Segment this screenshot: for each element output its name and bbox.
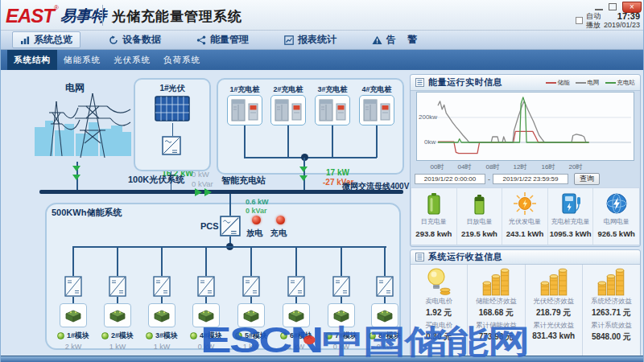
pile-collector-wire [244,157,377,158]
realtime-card-title: 能量运行实时信息 [428,76,502,88]
revenue-value: 831.43 kwh [532,331,575,340]
menu-label: 能量管理 [210,33,249,47]
module-label: 1#模块 [67,331,89,341]
energy-chart: 200kw 0kw [416,92,634,161]
revenue-label: 系统经济效益 [591,297,632,306]
tab-load-system[interactable]: 负荷系统 [157,50,207,70]
grid-globe-icon [604,191,630,216]
alert-triangle-icon [372,35,382,45]
charging-pile-icon [270,95,306,125]
list-icon [415,253,424,261]
storage-module-branch: 7#模块 0 kW [320,247,363,351]
station-active-power: 17 kW [326,168,349,177]
dcdc-converter-icon [242,276,260,297]
revenue-value: 5848.00 元 [592,331,631,343]
minimize-button[interactable] [595,4,603,10]
storage-module-branch: 6#模块 1 kW [275,247,318,351]
date: 2019/01/23 [604,21,640,30]
battery-module-icon [60,303,87,327]
module-label: 3#模块 [155,331,178,341]
battery-module-icon [148,303,175,327]
pcs-reactive-power: 0 kVar [246,207,267,215]
legend-label: 储能 [558,79,570,87]
menu-item-energy-management[interactable]: 能量管理 [189,31,256,48]
revenue-col-storage: 储能经济效益 168.68 元 累计储能效益 773.98 元 [468,265,525,356]
tab-system-structure[interactable]: 系统结构 [7,50,57,70]
module-power: 0 kW [377,343,394,351]
power-flow-arrow [72,175,80,180]
title-bar: EAST ® 易事特 光储充能量管理系统 × 自动 播放 17:39 2019/… [1,0,644,31]
revenue-label: 累计光伏效益 [533,321,574,331]
app-window: EAST ® 易事特 光储充能量管理系统 × 自动 播放 17:39 2019/… [0,0,644,362]
x-axis-ticks: 00时 04时 08时 12时 16时 20时 [416,162,634,171]
maximize-button[interactable] [609,3,617,10]
pv-unit-label: 1#光伏 [135,83,209,94]
y-axis-tick: 200kw [419,113,437,121]
module-label: 4#模块 [200,331,222,341]
coins-icon [539,266,568,297]
module-label: 8#模块 [378,331,401,341]
battery-module-icon [283,303,310,327]
menu-item-report-statistics[interactable]: 报表统计 [277,31,344,48]
storage-module-branch: 4#模块 0 kW [184,247,228,351]
x-axis-tick: 16时 [537,162,559,171]
stat-value: 243.1 kWh [506,229,543,238]
charging-pile: 2#充电桩 [269,84,308,125]
east-logo-chinese: 易事特 [60,6,106,27]
pile-label: 3#充电桩 [317,84,347,95]
pv-unit-box: 1#光伏 [134,78,211,171]
power-flow-arrow [72,166,80,171]
query-button[interactable]: 查询 [574,173,600,185]
menu-item-alarm[interactable]: 告警 [365,31,436,48]
end-time-input[interactable] [493,174,568,184]
module-power: 1 kW [288,343,305,351]
revenue-value: 1.92 元 [426,307,452,319]
battery-module-icon [104,303,131,327]
refresh-icon [109,35,118,45]
module-power: 1 kW [154,343,171,351]
x-axis-tick: 20时 [564,162,587,171]
stat-value: 219.5 kwh [461,229,497,238]
pv-panel-icon [155,96,190,123]
battery-module-icon [237,303,265,327]
coins-icon [481,266,510,297]
tab-pv-system[interactable]: 光伏系统 [107,50,157,70]
revenue-value: 218.79 元 [536,307,571,319]
module-power: 0 kW [333,343,350,351]
pv-wire [172,123,174,136]
energy-stats-row: 日充电量 293.8 kwh 日放电量 219.5 kwh [411,187,640,245]
dcdc-converter-icon [287,276,305,297]
menu-bar: 系统总览 设备数据 能量管理 报表统计 告警 [1,31,644,50]
pile-wire [244,125,246,158]
east-logo: EAST [6,5,54,27]
menu-label: 设备数据 [122,33,161,47]
stat-label: 日充电量 [421,217,447,226]
battery-module-icon [328,303,355,327]
pv-system-label: 100K光伏系统 [128,174,184,186]
menu-item-device-data[interactable]: 设备数据 [101,31,168,48]
pile-label: 1#充电桩 [229,84,259,95]
tab-storage-system[interactable]: 储能系统 [57,50,107,70]
bulb-coin-icon [424,266,453,297]
x-axis-tick: 00时 [426,162,448,171]
storage-module-branch: 3#模块 1 kW [140,247,184,351]
auto-play-checkbox[interactable] [576,17,583,24]
date-range-row: - 查询 [415,173,600,185]
legend-swatch-grid [576,82,586,84]
x-axis-tick: 08时 [481,162,504,171]
storage-module-branch: 8#模块 0 kW [363,247,407,351]
share-icon [196,35,206,45]
storage-module-branch: 2#模块 1 kW [96,247,139,351]
pile-wire [376,125,378,158]
start-time-input[interactable] [415,174,485,184]
module-status-led [57,332,64,339]
charging-pile: 1#充电桩 [225,84,264,125]
stat-value: 926.5 kWh [597,229,634,238]
station-feeder-line [303,158,305,191]
charging-pile: 4#充电桩 [357,84,396,125]
page-title: 光储充能量管理系统 [112,7,242,26]
pile-label: 4#充电桩 [361,84,391,95]
coins-icon [597,266,625,297]
menu-item-system-overview[interactable]: 系统总览 [12,31,80,48]
power-grid-towers-icon [35,88,131,162]
